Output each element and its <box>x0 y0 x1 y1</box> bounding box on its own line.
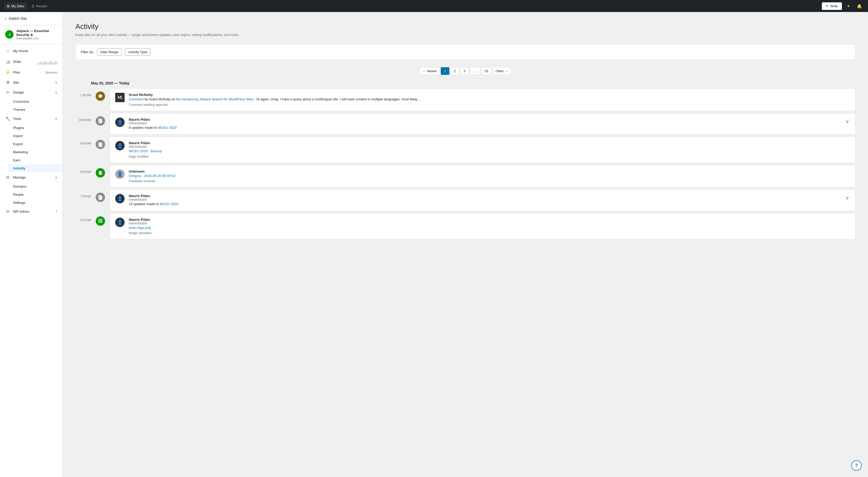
sidebar-item-earn[interactable]: Earn <box>13 156 63 164</box>
newer-label: Newer <box>427 69 437 73</box>
activity-text: 13 updates made to <box>129 202 160 206</box>
activity-icon-col: 📄 <box>95 190 105 202</box>
chevron-down-icon: ∨ <box>55 81 57 84</box>
wordpress-nav-icon: W <box>5 209 10 214</box>
activity-info: Nauris Pūķis Administrator wceu-logo.png… <box>129 218 850 235</box>
sidebar-item-activity[interactable]: Activity <box>8 164 63 172</box>
page-1-btn[interactable]: 1 <box>441 67 450 75</box>
page-ellipsis: … <box>470 67 480 75</box>
date-range-filter-btn[interactable]: Date Range <box>97 49 122 56</box>
expand-btn[interactable]: ∨ <box>844 194 850 202</box>
notifications-btn[interactable]: 🔔 <box>855 2 864 10</box>
update-icon: 📄 <box>96 116 105 126</box>
page-33-btn[interactable]: 33 <box>481 67 492 75</box>
sidebar-nav: ⌂ My Home 📊 Stats <box>0 44 63 218</box>
expand-btn[interactable]: ∨ <box>844 118 850 125</box>
reader-icon: ☰ <box>32 4 35 8</box>
back-arrow-icon: ‹ <box>5 16 6 21</box>
list-item: 6:02 AM 🖼 👤 Nauris Pūķis Administrator <box>75 213 856 241</box>
reader-btn[interactable]: ☰ Reader <box>29 3 50 10</box>
activity-info: Unknown Gregory - 2020-05-20 08:04:52 Fe… <box>129 169 850 183</box>
activity-card: 👤 Nauris Pūķis Administrator WCEU 2020 -… <box>110 136 856 163</box>
sidebar-item-manage[interactable]: ⚙ Manage ∧ <box>0 172 63 183</box>
activity-timeline: 1:36 PM 💬 M| Grant McNulty C <box>75 88 856 240</box>
my-sites-btn[interactable]: ⊞ My Sites <box>4 3 27 10</box>
sidebar-item-site[interactable]: 🖥 Site ∨ <box>0 77 63 87</box>
activity-time: 6:02 AM <box>75 213 91 222</box>
sidebar-item-import[interactable]: Import <box>13 132 63 140</box>
feedback-link[interactable]: Gregory - 2020-05-20 08:04:52 <box>129 174 176 178</box>
activity-role: Administrator <box>129 145 850 149</box>
sidebar-item-domains[interactable]: Domains <box>13 183 63 191</box>
arrow-right-icon: → <box>505 69 508 73</box>
activity-card: 👤 Nauris Pūķis Administrator wceu-logo.p… <box>110 213 856 240</box>
sidebar-item-plugins[interactable]: Plugins <box>13 124 63 132</box>
page-2-btn[interactable]: 2 <box>451 67 459 75</box>
activity-user: Nauris Pūķis <box>129 141 850 145</box>
image-link[interactable]: wceu-logo.png <box>129 226 151 230</box>
page-3-btn[interactable]: 3 <box>460 67 469 75</box>
activity-user: Nauris Pūķis <box>129 118 840 122</box>
activity-time: 10:48 AM <box>75 113 91 122</box>
write-icon: ✎ <box>826 4 829 8</box>
sidebar: ‹ Switch Site J Jetpack — Essential Secu… <box>0 12 63 477</box>
sidebar-item-themes[interactable]: Themes <box>13 105 63 114</box>
design-icon: ✏ <box>5 90 10 95</box>
chevron-up-icon: ∧ <box>55 117 57 121</box>
activity-role: Administrator <box>129 198 840 201</box>
activity-info: Nauris Pūķis Administrator 8 updates mad… <box>129 118 840 130</box>
sidebar-item-label: WP Admin <box>13 210 52 214</box>
sidebar-item-label: Stats <box>13 60 34 64</box>
sidebar-item-plan[interactable]: ⚡ Plan Business <box>0 67 63 77</box>
switch-site-label: Switch Site <box>9 17 27 21</box>
activity-status: Feedback received <box>129 179 850 183</box>
sidebar-item-export[interactable]: Export <box>13 140 63 148</box>
list-item: 10:48 AM 📄 👤 Nauris Pūķis Administrator <box>75 113 856 136</box>
comment-link[interactable]: Comment <box>129 97 143 101</box>
sidebar-item-settings[interactable]: Settings <box>13 199 63 207</box>
page-link[interactable]: WCEU 2020 - Backup <box>129 149 162 153</box>
layout: ‹ Switch Site J Jetpack — Essential Secu… <box>0 12 868 477</box>
activity-icon-col: 📋 <box>95 165 105 178</box>
activity-text: by Grant McNulty on <box>145 97 176 101</box>
list-item: 8:56 AM 📄 👤 Nauris Pūķis Administrator <box>75 136 856 164</box>
activity-desc: Gregory - 2020-05-20 08:04:52 <box>129 173 850 179</box>
activity-time: 8:04 AM <box>75 165 91 173</box>
activity-card: M| Grant McNulty Comment by Grant McNult… <box>110 88 856 111</box>
switch-site-btn[interactable]: ‹ Switch Site <box>0 12 63 25</box>
write-btn[interactable]: ✎ Write <box>822 2 842 10</box>
newer-page-btn[interactable]: ← Newer <box>420 67 440 75</box>
chevron-up-icon: ∧ <box>55 176 57 179</box>
sidebar-item-stats[interactable]: 📊 Stats <box>0 56 63 67</box>
profile-btn[interactable]: ● <box>844 2 853 10</box>
page-link[interactable]: WCEU 2020 <box>160 202 179 206</box>
site-name: Jetpack — Essential Security & <box>16 29 57 37</box>
pagination: ← Newer 1 2 3 … 33 Older → <box>75 67 856 75</box>
activity-text-suffix: : Hi again, Greg. I have a query about a… <box>254 97 421 101</box>
post-link[interactable]: Re-introducing Jetpack Search for WordPr… <box>176 97 254 101</box>
sidebar-item-my-home[interactable]: ⌂ My Home <box>0 46 63 56</box>
sidebar-item-design[interactable]: ✏ Design ∧ <box>0 87 63 97</box>
sidebar-item-tools[interactable]: 🔧 Tools ∧ <box>0 114 63 124</box>
older-label: Older <box>496 69 504 73</box>
sidebar-item-people[interactable]: People <box>13 191 63 199</box>
reader-label: Reader <box>36 4 48 8</box>
filter-label: Filter by: <box>81 50 94 54</box>
activity-card: 👤 Nauris Pūķis Administrator 13 updates … <box>110 190 856 211</box>
my-sites-label: My Sites <box>11 4 24 8</box>
list-item: 1:36 PM 💬 M| Grant McNulty C <box>75 88 856 112</box>
page-link[interactable]: WCEU 2020 <box>158 126 177 130</box>
sidebar-item-wp-admin[interactable]: W WP Admin ↗ <box>0 207 63 216</box>
help-btn[interactable]: ? <box>851 460 862 471</box>
wordpress-icon: ⊞ <box>7 4 10 8</box>
activity-text: 8 updates made to <box>129 126 158 130</box>
site-url: View jetpack.com <box>16 37 57 40</box>
site-nav-icon: 🖥 <box>5 80 10 85</box>
activity-type-filter-btn[interactable]: Activity Type <box>125 49 151 56</box>
sidebar-item-customize[interactable]: Customize <box>13 97 63 105</box>
list-item: 8:04 AM 📋 👤 Unknown Gregory <box>75 165 856 189</box>
older-page-btn[interactable]: Older → <box>493 67 511 75</box>
write-label: Write <box>830 4 838 8</box>
activity-desc: wceu-logo.png <box>129 225 850 230</box>
sidebar-item-marketing[interactable]: Marketing <box>13 148 63 156</box>
